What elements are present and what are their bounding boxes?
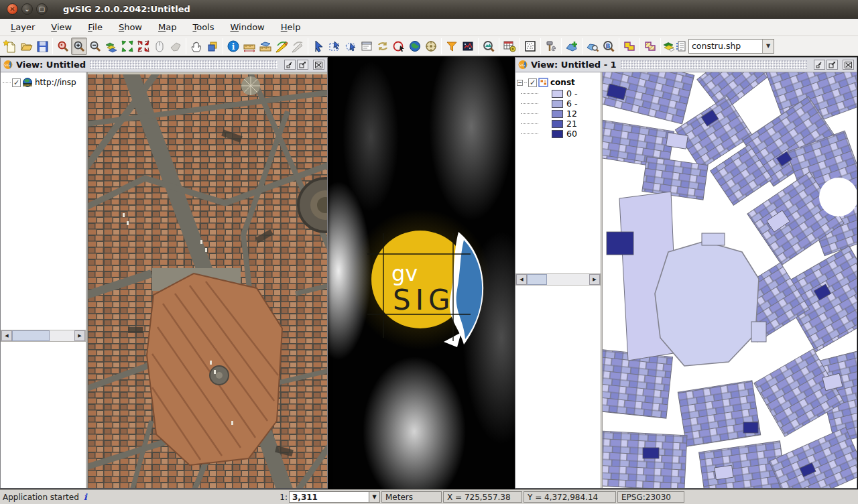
right-map-canvas-vector[interactable] — [603, 72, 857, 488]
left-map-canvas-aerial[interactable] — [88, 72, 327, 488]
tree-connector — [3, 82, 11, 83]
internal-minimize-icon[interactable] — [814, 60, 825, 70]
scrollbar-thumb[interactable] — [527, 274, 547, 285]
menu-help[interactable]: Help — [273, 19, 309, 35]
select-by-rectangle-icon[interactable] — [326, 38, 343, 55]
right-view-titlebar[interactable]: SIG View: Untitled - 1 — [515, 58, 857, 72]
internal-maximize-icon[interactable] — [826, 60, 838, 70]
layers-icon — [663, 39, 675, 54]
wms-layer-label[interactable]: http://insp — [35, 78, 76, 87]
scroll-left-icon[interactable]: ◀ — [516, 274, 527, 285]
select-raster-area-icon[interactable] — [522, 38, 538, 55]
maximize-window-button[interactable]: ▢ — [36, 3, 48, 15]
wms-layer-row[interactable]: ✓ WMS http://insp — [1, 76, 86, 88]
select-by-layer-icon[interactable] — [359, 38, 375, 55]
new-document-icon[interactable] — [2, 38, 18, 55]
zoom-disabled-icon — [168, 38, 184, 55]
scrollbar-thumb[interactable] — [12, 330, 50, 341]
layer-selector-combobox[interactable]: constru.shp ▼ — [688, 39, 774, 54]
select-by-buffer-icon[interactable] — [407, 38, 423, 55]
left-view-titlebar[interactable]: SIG View: Untitled — [1, 58, 327, 72]
wms-globe-icon: WMS — [22, 78, 33, 88]
internal-close-icon[interactable] — [313, 60, 324, 70]
menu-map[interactable]: Map — [150, 19, 184, 35]
units-selector[interactable]: Meters — [381, 491, 442, 503]
scroll-right-icon[interactable]: ▶ — [589, 274, 600, 285]
legend-item[interactable]: 12 — [515, 109, 601, 119]
export-locator-icon[interactable] — [585, 38, 601, 55]
svg-text:gv: gv — [391, 261, 418, 286]
scale-dropdown-icon[interactable]: ▼ — [369, 491, 380, 503]
zoom-to-selection-icon[interactable] — [119, 38, 135, 55]
internal-close-icon[interactable] — [843, 60, 854, 70]
open-project-icon[interactable] — [18, 38, 34, 55]
frame-manager-icon[interactable] — [204, 38, 221, 55]
legend-item[interactable]: 0 - — [515, 88, 601, 99]
menu-window[interactable]: Window — [222, 19, 272, 35]
menu-file[interactable]: File — [80, 19, 111, 35]
scale-input[interactable]: 3,311 — [289, 491, 369, 503]
scrollbar-track[interactable] — [547, 274, 589, 285]
view-window-untitled: SIG View: Untitled ✓ WMS http://insp — [0, 57, 328, 489]
measure-area-icon[interactable] — [257, 38, 273, 55]
left-toc-panel: ✓ WMS http://insp ◀ ▶ — [1, 72, 86, 488]
filter-icon[interactable] — [444, 38, 460, 55]
hyperlink-icon[interactable] — [273, 38, 290, 55]
collapse-icon[interactable]: − — [517, 80, 523, 86]
mouse-wheel-zoom-icon[interactable] — [151, 38, 168, 55]
close-window-button[interactable]: ✕ — [7, 3, 18, 15]
legend-item[interactable]: 21 — [515, 119, 601, 129]
menubar: Layer View File Show Map Tools Window He… — [0, 19, 858, 36]
zoom-full-extent-icon[interactable] — [135, 38, 151, 55]
select-by-polygon-icon[interactable] — [343, 38, 359, 55]
raster-tools-icon[interactable] — [543, 38, 559, 55]
statusbar: Application started i 1: 3,311 ▼ Meters … — [0, 489, 858, 504]
titlebar-texture — [90, 60, 278, 69]
pan-icon[interactable] — [188, 38, 204, 55]
scroll-left-icon[interactable]: ◀ — [1, 330, 12, 341]
left-view-title: View: Untitled — [16, 60, 86, 70]
left-toc-hscrollbar[interactable]: ◀ ▶ — [1, 330, 86, 342]
select-zone-hatched-icon[interactable] — [642, 38, 658, 55]
menu-tools[interactable]: Tools — [184, 19, 222, 35]
center-view-to-point-icon[interactable] — [423, 38, 439, 55]
legend-item[interactable]: 6 - — [515, 99, 601, 109]
measure-distance-icon[interactable] — [241, 38, 257, 55]
wms-layer-checkbox[interactable]: ✓ — [12, 78, 21, 87]
tree-connector — [521, 133, 538, 134]
constru-layer-label[interactable]: const — [550, 78, 575, 87]
legend-swatch — [552, 120, 563, 128]
zoom-bookmark-icon[interactable]: B — [601, 38, 617, 55]
menu-view[interactable]: View — [43, 19, 80, 35]
invert-selection-icon[interactable] — [375, 38, 391, 55]
scroll-right-icon[interactable]: ▶ — [74, 330, 85, 341]
zoom-in-icon[interactable] — [71, 38, 87, 55]
combo-dropdown-arrow-icon[interactable]: ▼ — [762, 40, 774, 53]
select-arrow-icon[interactable] — [310, 38, 326, 55]
constru-layer-checkbox[interactable]: ✓ — [528, 78, 537, 87]
add-layer-icon[interactable] — [564, 38, 580, 55]
save-project-icon[interactable] — [34, 38, 50, 55]
select-zone-icon[interactable] — [621, 38, 637, 55]
legend-item[interactable]: 60 — [515, 129, 601, 139]
minimize-window-button[interactable]: ⌄ — [21, 3, 33, 15]
menu-layer[interactable]: Layer — [3, 19, 43, 35]
info-by-point-icon[interactable]: i — [225, 38, 241, 55]
select-by-map-icon[interactable] — [460, 38, 476, 55]
internal-maximize-icon[interactable] — [297, 60, 308, 70]
zoom-to-raster-icon[interactable] — [481, 38, 497, 55]
right-view-title: View: Untitled - 1 — [531, 60, 617, 70]
table-settings-icon[interactable] — [501, 38, 517, 55]
scrollbar-track[interactable] — [50, 330, 74, 341]
internal-minimize-icon[interactable] — [284, 60, 296, 70]
zoom-all-icon[interactable] — [103, 38, 119, 55]
menu-show[interactable]: Show — [111, 19, 150, 35]
os-titlebar[interactable]: ✕ ⌄ ▢ gvSIG 2.0.0.2042:Untitled — [0, 0, 858, 19]
zoom-out-icon[interactable] — [87, 38, 103, 55]
constru-layer-row[interactable]: − ✓ const — [515, 76, 601, 88]
zoom-previous-icon[interactable] — [55, 38, 71, 55]
select-by-circle-icon[interactable] — [391, 38, 407, 55]
right-toc-hscrollbar[interactable]: ◀ ▶ — [515, 273, 601, 286]
aerial-imagery — [88, 72, 327, 488]
info-icon[interactable]: i — [84, 492, 87, 502]
